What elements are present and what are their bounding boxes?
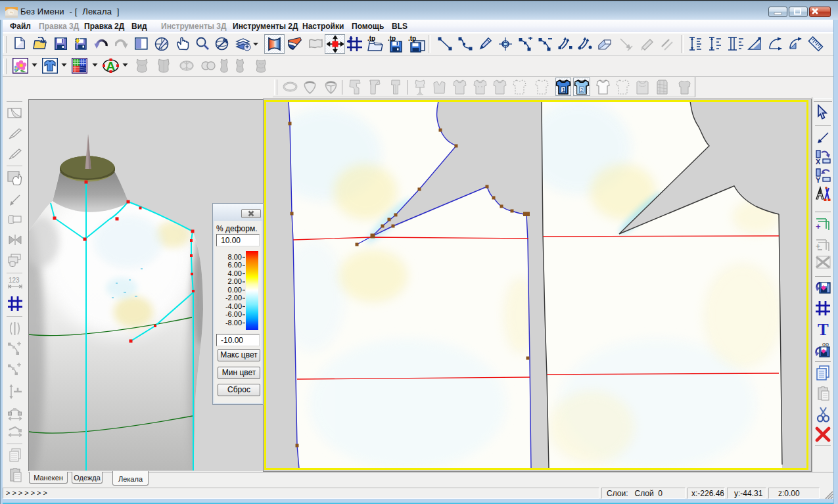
svg-text:Y: Y: [816, 176, 821, 183]
svg-text:+: +: [816, 221, 821, 231]
svg-text:T: T: [818, 321, 829, 338]
svg-text:X: X: [816, 158, 821, 165]
